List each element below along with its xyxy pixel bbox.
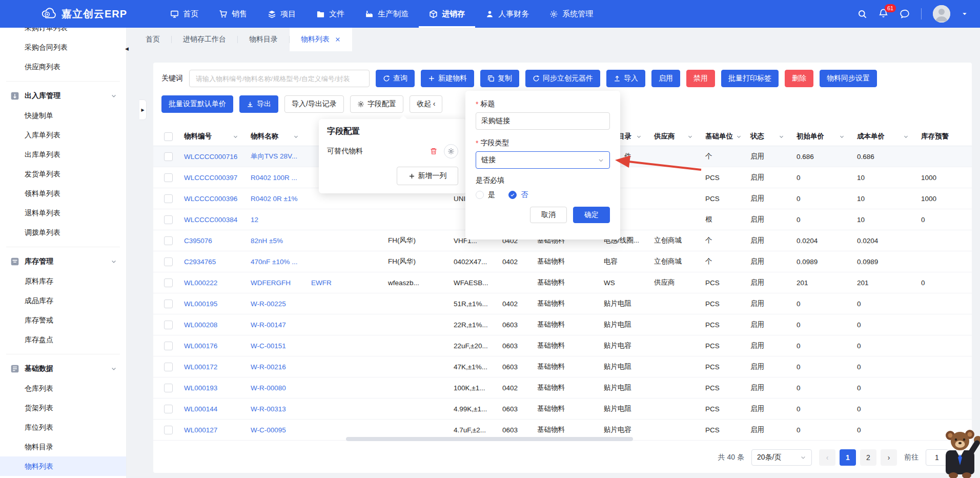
field-settings-button[interactable] — [444, 144, 458, 158]
column-header[interactable]: 基础单位 — [699, 132, 744, 141]
select-all-checkbox[interactable] — [164, 132, 173, 141]
field-config-button[interactable]: 字段配置 — [350, 95, 403, 113]
table-cell[interactable]: WLCCCC000396 — [178, 195, 244, 203]
nav-item-system[interactable]: 系统管理 — [539, 0, 603, 28]
table-cell[interactable]: WL000208 — [178, 321, 244, 329]
table-cell[interactable]: WL000127 — [178, 426, 244, 434]
sidebar-item-quick-order[interactable]: 快捷制单 — [0, 106, 126, 125]
material-sync-settings-button[interactable]: 物料同步设置 — [820, 70, 877, 87]
table-cell[interactable]: R0402 0R ±1% — [244, 195, 305, 203]
sidebar-item-outbound-list[interactable]: 出库单列表 — [0, 145, 126, 164]
chevron-down-icon[interactable] — [903, 134, 909, 140]
sidebar-item-delivery-list[interactable]: 发货单列表 — [0, 164, 126, 184]
table-row[interactable]: WL000176W-C-0015122uF,±20...0603基础物料贴片电容… — [153, 335, 972, 356]
table-cell[interactable]: W-C-00095 — [244, 426, 305, 434]
table-row[interactable]: WL000222WDFERGFHEWFRwfeaszb...WFAESB...基… — [153, 272, 972, 293]
sidebar-item-material-catalog[interactable]: 物料目录 — [0, 437, 126, 456]
query-button[interactable]: 查询 — [376, 70, 415, 87]
table-cell[interactable]: R0402 100R ... — [244, 174, 305, 182]
table-cell[interactable]: W-R-00147 — [244, 321, 305, 329]
sync-lcsc-parts-button[interactable]: 同步立创元器件 — [525, 70, 600, 87]
nav-item-sales[interactable]: 销售 — [209, 0, 257, 28]
row-checkbox[interactable] — [164, 215, 173, 224]
table-cell[interactable]: WL000195 — [178, 300, 244, 308]
row-checkbox[interactable] — [164, 257, 173, 266]
panel-expand-icon[interactable]: ▶ — [139, 99, 147, 120]
table-row[interactable]: WL000144W-R-003134.99K,±1...0603基础物料贴片电阻… — [153, 399, 972, 420]
table-cell[interactable]: C395076 — [178, 237, 244, 245]
create-material-button[interactable]: 新建物料 — [421, 70, 474, 87]
keyword-input[interactable] — [189, 70, 370, 87]
table-cell[interactable]: W-R-00225 — [244, 300, 305, 308]
page-size-select[interactable]: 20条/页 — [751, 449, 812, 466]
collapse-button[interactable]: 收起 ‹ — [410, 95, 443, 113]
nav-item-home[interactable]: 首页 — [160, 0, 209, 28]
sidebar-collapse-icon[interactable]: ◀ — [125, 46, 129, 51]
table-cell[interactable]: WLCCCC000397 — [178, 174, 244, 182]
sidebar-section-base-data[interactable]: 基础数据 — [0, 359, 126, 379]
chevron-down-icon[interactable] — [687, 134, 693, 140]
column-settings-gear-icon[interactable] — [962, 130, 970, 138]
nav-item-files[interactable]: 文件 — [306, 0, 355, 28]
table-cell[interactable]: WLCCCC000716 — [178, 153, 244, 161]
import-button[interactable]: 导入 — [606, 70, 645, 87]
sidebar-item-material-return-list[interactable]: 退料单列表 — [0, 203, 126, 223]
table-cell[interactable]: 82nH ±5% — [244, 237, 305, 245]
row-checkbox[interactable] — [164, 152, 173, 161]
confirm-button[interactable]: 确定 — [573, 207, 610, 223]
sidebar-item-supplier-list[interactable]: 供应商列表 — [0, 57, 126, 76]
search-icon[interactable] — [858, 9, 867, 19]
table-row[interactable]: C2934765470nF ±10% ...FH(风华)0402X47...04… — [153, 251, 972, 272]
export-button[interactable]: 导出 — [239, 95, 278, 113]
table-row[interactable]: WL000172W-R-0021647K,±1%...0603基础物料贴片电阻P… — [153, 356, 972, 377]
table-row[interactable]: WL000193W-R-00080100K,±1...0402基础物料贴片电阻P… — [153, 377, 972, 399]
page-button-1[interactable]: 1 — [840, 449, 856, 466]
table-cell[interactable]: WL000222 — [178, 279, 244, 287]
sidebar-section-inventory-management[interactable]: 库存管理 — [0, 252, 126, 271]
batch-default-price-button[interactable]: 批量设置默认单价 — [161, 95, 233, 113]
table-cell[interactable]: WDFERGFH — [244, 279, 305, 287]
row-checkbox[interactable] — [164, 300, 173, 308]
batch-print-label-button[interactable]: 批量打印标签 — [721, 70, 779, 87]
row-checkbox[interactable] — [164, 321, 173, 329]
sidebar-item-shelf-list[interactable]: 货架列表 — [0, 398, 126, 417]
column-header[interactable]: 状态 — [744, 132, 790, 141]
trash-icon[interactable] — [430, 147, 438, 155]
copy-button[interactable]: 复制 — [480, 70, 519, 87]
table-row[interactable]: WL000208W-R-0014722R,±1%...0603基础物料贴片电阻P… — [153, 314, 972, 335]
nav-item-manufacturing[interactable]: 生产制造 — [355, 0, 419, 28]
nav-item-inventory[interactable]: 进销存 — [419, 0, 475, 28]
table-cell[interactable]: WL000176 — [178, 342, 244, 350]
chevron-down-icon[interactable] — [839, 134, 845, 140]
tab-inventory-workbench[interactable]: 进销存工作台 — [172, 28, 237, 51]
row-checkbox[interactable] — [164, 278, 173, 287]
sidebar-item-material-list[interactable]: 物料列表 — [0, 456, 126, 476]
sidebar-item-picking-list[interactable]: 领料单列表 — [0, 184, 126, 203]
next-page-button[interactable]: › — [881, 449, 897, 466]
row-checkbox[interactable] — [164, 194, 173, 203]
column-header[interactable]: 初始单价 — [790, 132, 851, 141]
radio-yes[interactable]: 是 — [476, 190, 495, 200]
table-cell[interactable]: WL000172 — [178, 363, 244, 371]
disable-button[interactable]: 禁用 — [686, 70, 715, 87]
table-cell[interactable]: WLCCCC000384 — [178, 216, 244, 224]
delete-button[interactable]: 删除 — [785, 70, 813, 87]
prev-page-button[interactable]: ‹ — [819, 449, 835, 466]
sidebar-item-location-list[interactable]: 库位列表 — [0, 417, 126, 437]
chevron-down-icon[interactable] — [736, 134, 742, 140]
row-checkbox[interactable] — [164, 236, 173, 245]
table-cell[interactable]: W-R-00313 — [244, 405, 305, 413]
row-checkbox[interactable] — [164, 342, 173, 350]
horizontal-scrollbar[interactable] — [161, 437, 964, 441]
close-icon[interactable] — [335, 36, 341, 43]
table-cell[interactable]: W-R-00216 — [244, 363, 305, 371]
tab-material-list[interactable]: 物料列表 — [290, 28, 352, 51]
table-cell[interactable]: C2934765 — [178, 258, 244, 266]
table-cell[interactable]: WL000144 — [178, 405, 244, 413]
row-checkbox[interactable] — [164, 405, 173, 413]
import-export-records-button[interactable]: 导入/导出记录 — [284, 95, 344, 113]
scrollbar-thumb[interactable] — [346, 437, 633, 441]
add-column-button[interactable]: 新增一列 — [397, 167, 458, 185]
row-checkbox[interactable] — [164, 384, 173, 392]
sidebar-item-purchase-order-list[interactable]: 采购订单列表 — [0, 28, 126, 37]
